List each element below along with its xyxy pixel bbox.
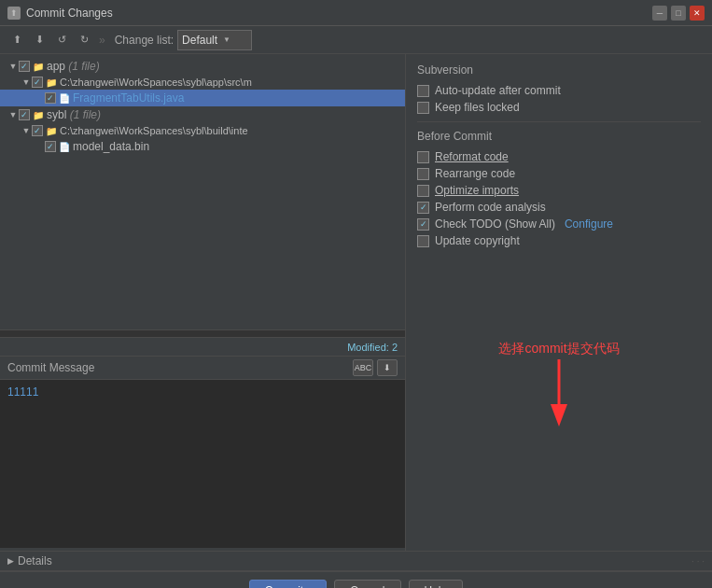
horizontal-scrollbar[interactable] bbox=[0, 329, 405, 337]
checkbox-sybl-path[interactable]: ✓ bbox=[32, 125, 43, 136]
checkbox-sybl[interactable]: ✓ bbox=[19, 109, 30, 120]
tree-label-sybl-path: C:\zhangwei\WorkSpances\sybl\build\inte bbox=[60, 125, 248, 136]
label-optimize: Optimize imports bbox=[435, 184, 519, 197]
annotation-arrow-icon bbox=[540, 359, 578, 434]
tree-item-model[interactable]: ✓ 📄 model_data.bin bbox=[0, 138, 405, 155]
label-code-analysis: Perform code analysis bbox=[435, 201, 546, 214]
commit-button-label: Commit bbox=[265, 584, 303, 589]
tree-label-fragment: FragmentTabUtils.java bbox=[73, 91, 184, 105]
tree-item-app[interactable]: ▼ ✓ 📁 app (1 file) bbox=[0, 58, 405, 75]
right-panel: Subversion Auto-update after commit Keep… bbox=[406, 54, 712, 551]
window-controls: ─ □ ✕ bbox=[652, 6, 705, 21]
section-divider bbox=[417, 121, 701, 122]
tree-label-model: model_data.bin bbox=[73, 140, 149, 153]
checkbox-check-todo[interactable]: ✓ bbox=[417, 218, 429, 231]
toolbar-separator: » bbox=[99, 34, 105, 47]
toolbar-btn-redo[interactable]: ↻ bbox=[75, 31, 93, 49]
option-reformat[interactable]: Reformat code bbox=[417, 150, 701, 163]
option-rearrange[interactable]: Rearrange code bbox=[417, 167, 701, 180]
subversion-title: Subversion bbox=[417, 63, 701, 77]
folder-icon-app-path: 📁 bbox=[46, 77, 57, 88]
tree-label-app-extra: (1 file) bbox=[65, 60, 100, 73]
before-commit-section: Before Commit Reformat code Rearrange co… bbox=[417, 130, 701, 247]
tree-item-sybl[interactable]: ▼ ✓ 📁 sybl (1 file) bbox=[0, 106, 405, 123]
folder-icon-sybl-path: 📁 bbox=[46, 126, 57, 136]
checkbox-copyright[interactable] bbox=[417, 235, 429, 247]
help-button[interactable]: Help bbox=[409, 580, 464, 589]
commit-message-tools: ABC ⬇ bbox=[353, 359, 398, 376]
cancel-button[interactable]: Cancel bbox=[334, 580, 400, 589]
checkbox-fragment[interactable]: ✓ bbox=[45, 92, 56, 104]
label-reformat: Reformat code bbox=[435, 150, 509, 163]
details-handle: · · · bbox=[691, 556, 705, 567]
checkbox-app-path[interactable]: ✓ bbox=[32, 77, 43, 88]
toolbar-btn-download[interactable]: ⬇ bbox=[30, 31, 49, 49]
option-optimize[interactable]: Optimize imports bbox=[417, 184, 701, 197]
option-code-analysis[interactable]: ✓ Perform code analysis bbox=[417, 201, 701, 214]
commit-message-input[interactable]: 11111 bbox=[0, 380, 405, 548]
bottom-bar: Commit ▾ Cancel Help bbox=[0, 571, 712, 588]
bin-file-icon: 📄 bbox=[59, 142, 70, 152]
tree-item-fragment[interactable]: ✓ 📄 FragmentTabUtils.java bbox=[0, 90, 405, 106]
tree-arrow-app-path: ▼ bbox=[21, 77, 32, 87]
title-bar: ⬆ Commit Changes ─ □ ✕ bbox=[0, 0, 712, 26]
changelist-label: Change list: bbox=[115, 34, 174, 47]
commit-message-header: Commit Message ABC ⬇ bbox=[0, 357, 405, 380]
label-copyright: Update copyright bbox=[435, 234, 520, 247]
modified-count: Modified: 2 bbox=[347, 342, 398, 353]
file-tree[interactable]: ▼ ✓ 📁 app (1 file) ▼ ✓ 📁 C:\zhangwei\Wor… bbox=[0, 54, 405, 329]
tree-arrow-app: ▼ bbox=[7, 62, 19, 71]
subversion-section: Subversion Auto-update after commit Keep… bbox=[417, 63, 701, 114]
dropdown-arrow-icon: ▼ bbox=[223, 35, 230, 44]
modified-bar: Modified: 2 bbox=[0, 337, 405, 356]
checkbox-reformat[interactable] bbox=[417, 151, 429, 163]
folder-icon-sybl: 📁 bbox=[33, 110, 44, 120]
checkbox-rearrange[interactable] bbox=[417, 168, 429, 180]
window-title: Commit Changes bbox=[26, 7, 113, 20]
commit-button[interactable]: Commit ▾ bbox=[249, 580, 327, 589]
before-commit-title: Before Commit bbox=[417, 130, 701, 143]
configure-link[interactable]: Configure bbox=[565, 217, 613, 231]
tree-arrow-sybl-path: ▼ bbox=[21, 126, 32, 135]
commit-message-area: Commit Message ABC ⬇ 11111 bbox=[0, 356, 405, 551]
annotation-text: 选择commit提交代码 bbox=[498, 341, 619, 357]
tree-label-app-path: C:\zhangwei\WorkSpances\sybl\app\src\m bbox=[60, 77, 252, 88]
commit-msg-arrow-button[interactable]: ⬇ bbox=[377, 359, 398, 376]
spell-check-button[interactable]: ABC bbox=[353, 359, 373, 376]
toolbar-btn-upload[interactable]: ⬆ bbox=[7, 31, 26, 49]
commit-message-label: Commit Message bbox=[7, 361, 94, 374]
checkbox-keep-locked[interactable] bbox=[417, 102, 429, 114]
java-file-icon: 📄 bbox=[59, 93, 70, 104]
checkbox-code-analysis[interactable]: ✓ bbox=[417, 202, 429, 214]
tree-item-sybl-path[interactable]: ▼ ✓ 📁 C:\zhangwei\WorkSpances\sybl\build… bbox=[0, 123, 405, 138]
details-arrow-icon: ▶ bbox=[7, 556, 14, 566]
close-button[interactable]: ✕ bbox=[690, 6, 705, 21]
option-auto-update[interactable]: Auto-update after commit bbox=[417, 84, 701, 97]
annotation-area: 选择commit提交代码 bbox=[417, 266, 701, 397]
tree-arrow-sybl: ▼ bbox=[7, 110, 19, 119]
tree-item-app-path[interactable]: ▼ ✓ 📁 C:\zhangwei\WorkSpances\sybl\app\s… bbox=[0, 75, 405, 90]
tree-label-app: app bbox=[47, 60, 65, 73]
option-keep-locked[interactable]: Keep files locked bbox=[417, 101, 701, 114]
checkbox-model[interactable]: ✓ bbox=[45, 141, 56, 152]
option-check-todo[interactable]: ✓ Check TODO (Show All) Configure bbox=[417, 217, 701, 231]
checkbox-auto-update[interactable] bbox=[417, 85, 429, 97]
details-bar[interactable]: ▶ Details · · · bbox=[0, 551, 712, 571]
label-check-todo: Check TODO (Show All) bbox=[435, 217, 555, 231]
window-icon: ⬆ bbox=[7, 7, 21, 20]
toolbar-btn-refresh[interactable]: ↺ bbox=[52, 31, 71, 49]
label-rearrange: Rearrange code bbox=[435, 167, 515, 180]
main-area: ▼ ✓ 📁 app (1 file) ▼ ✓ 📁 C:\zhangwei\Wor… bbox=[0, 54, 712, 551]
checkbox-app[interactable]: ✓ bbox=[19, 61, 30, 72]
tree-label-sybl-extra: (1 file) bbox=[66, 108, 101, 121]
tree-label-sybl: sybl bbox=[47, 108, 66, 121]
checkbox-optimize[interactable] bbox=[417, 185, 429, 197]
changelist-dropdown[interactable]: Default ▼ bbox=[177, 30, 252, 50]
label-auto-update: Auto-update after commit bbox=[435, 84, 561, 97]
folder-icon-app: 📁 bbox=[33, 62, 44, 72]
option-copyright[interactable]: Update copyright bbox=[417, 234, 701, 247]
minimize-button[interactable]: ─ bbox=[652, 6, 667, 21]
left-panel: ▼ ✓ 📁 app (1 file) ▼ ✓ 📁 C:\zhangwei\Wor… bbox=[0, 54, 406, 551]
commit-dropdown-arrow-icon: ▾ bbox=[305, 584, 311, 589]
maximize-button[interactable]: □ bbox=[671, 6, 686, 21]
